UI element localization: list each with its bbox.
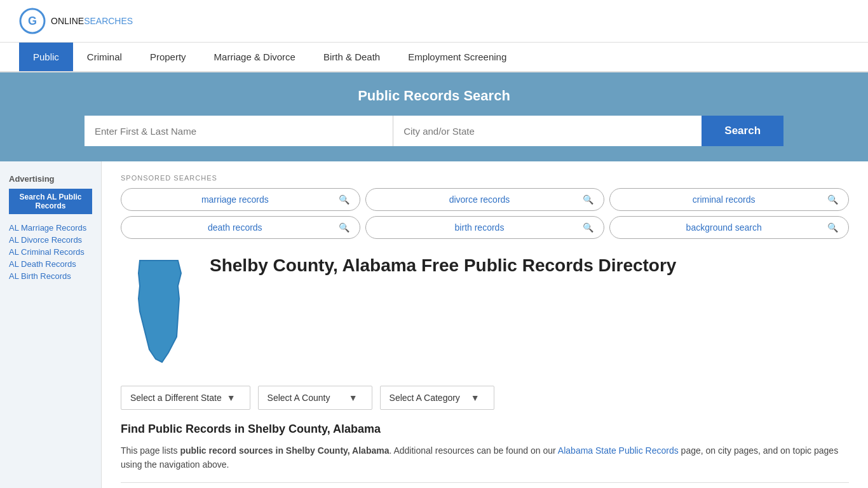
county-section: Shelby County, Alabama Free Public Recor…	[121, 254, 849, 370]
pill-birth-records[interactable]: birth records 🔍	[365, 216, 605, 239]
dropdowns-row: Select a Different State ▼ Select A Coun…	[121, 386, 849, 410]
general-info-bar: Shelby County, Alabama - General County …	[121, 482, 849, 488]
category-dropdown[interactable]: Select A Category ▼	[380, 386, 494, 410]
advertising-label: Advertising	[9, 174, 92, 184]
sidebar-link-criminal[interactable]: AL Criminal Records	[9, 247, 92, 257]
sidebar-link-death[interactable]: AL Death Records	[9, 259, 92, 269]
svg-text:G: G	[28, 15, 37, 27]
pill-death-records[interactable]: death records 🔍	[121, 216, 360, 239]
main-nav: Public Criminal Property Marriage & Divo…	[0, 43, 868, 72]
name-input[interactable]	[85, 116, 393, 146]
county-dropdown[interactable]: Select A County ▼	[258, 386, 372, 410]
pill-criminal-records[interactable]: criminal records 🔍	[609, 188, 849, 211]
sidebar-links: AL Marriage Records AL Divorce Records A…	[9, 223, 92, 281]
pill-background-search[interactable]: background search 🔍	[609, 216, 849, 239]
county-dropdown-label: Select A County	[268, 393, 330, 403]
nav-birth-death[interactable]: Birth & Death	[309, 43, 394, 71]
search-banner-title: Public Records Search	[19, 88, 849, 104]
state-map	[121, 254, 197, 370]
pill-divorce-records[interactable]: divorce records 🔍	[365, 188, 605, 211]
state-dropdown[interactable]: Select a Different State ▼	[121, 386, 250, 410]
search-icon: 🔍	[827, 194, 838, 205]
page-content: SPONSORED SEARCHES marriage records 🔍 di…	[102, 161, 868, 488]
search-banner: Public Records Search Search	[0, 72, 868, 161]
sponsored-pills: marriage records 🔍 divorce records 🔍 cri…	[121, 188, 849, 239]
alabama-state-records-link[interactable]: Alabama State Public Records	[558, 445, 679, 456]
sidebar-link-divorce[interactable]: AL Divorce Records	[9, 235, 92, 245]
sidebar-link-marriage[interactable]: AL Marriage Records	[9, 223, 92, 233]
search-icon: 🔍	[827, 222, 838, 233]
search-icon: 🔍	[583, 194, 593, 205]
nav-property[interactable]: Property	[136, 43, 200, 71]
logo-text: ONLINESEARCHES	[51, 16, 133, 26]
nav-marriage-divorce[interactable]: Marriage & Divorce	[200, 43, 309, 71]
search-icon: 🔍	[339, 222, 349, 233]
nav-criminal[interactable]: Criminal	[73, 43, 136, 71]
search-icon: 🔍	[339, 194, 349, 205]
main-content: Advertising Search AL Public Records AL …	[0, 161, 868, 488]
nav-public[interactable]: Public	[19, 43, 73, 71]
site-header: G ONLINESEARCHES	[0, 0, 868, 43]
logo[interactable]: G ONLINESEARCHES	[19, 8, 133, 34]
chevron-down-icon: ▼	[349, 393, 358, 403]
sidebar: Advertising Search AL Public Records AL …	[0, 161, 102, 488]
alabama-map-svg	[121, 254, 197, 369]
category-dropdown-label: Select A Category	[390, 393, 460, 403]
find-records-description: This page lists public record sources in…	[121, 444, 849, 472]
pill-marriage-records[interactable]: marriage records 🔍	[121, 188, 360, 211]
chevron-down-icon: ▼	[471, 393, 480, 403]
search-form: Search	[85, 116, 783, 146]
svg-marker-2	[139, 261, 181, 362]
county-title: Shelby County, Alabama Free Public Recor…	[210, 254, 676, 277]
sponsored-label: SPONSORED SEARCHES	[121, 174, 849, 182]
county-title-area: Shelby County, Alabama Free Public Recor…	[210, 254, 676, 277]
state-dropdown-label: Select a Different State	[130, 393, 222, 403]
search-icon: 🔍	[583, 222, 593, 233]
nav-employment[interactable]: Employment Screening	[394, 43, 520, 71]
find-records-title: Find Public Records in Shelby County, Al…	[121, 423, 849, 436]
logo-icon: G	[19, 8, 46, 34]
chevron-down-icon: ▼	[227, 393, 236, 403]
location-input[interactable]	[393, 116, 702, 146]
sidebar-ad-button[interactable]: Search AL Public Records	[9, 189, 92, 214]
search-button[interactable]: Search	[702, 116, 783, 146]
sidebar-link-birth[interactable]: AL Birth Records	[9, 271, 92, 281]
